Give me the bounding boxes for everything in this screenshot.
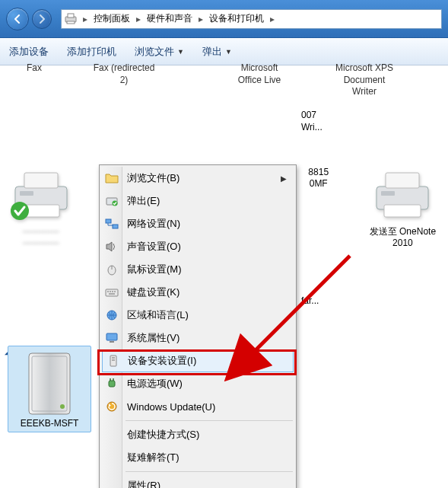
ctx-network-settings[interactable]: 网络设置(N) [101,212,294,235]
toolbar-browse-files[interactable]: 浏览文件 ▼ [135,45,184,59]
svg-rect-26 [109,293,115,295]
ctx-create-shortcut[interactable]: 创建快捷方式(S) [101,423,294,446]
ctx-properties[interactable]: 属性(R) [101,474,294,488]
printer-item[interactable]: Microsoft Office Live [218,62,301,86]
ctx-label: Windows Update(U) [127,401,215,413]
hard-drive-icon [10,349,89,418]
device-label: EEEKB-MSFT [21,418,79,429]
nav-back-button[interactable] [6,8,29,30]
printer-icon [365,167,440,223]
svg-rect-28 [106,333,117,340]
menu-separator [126,420,293,421]
toolbar-label: 添加设备 [9,45,49,59]
power-plug-icon [104,376,119,391]
item-label: 0MF [294,178,344,190]
svg-point-14 [60,404,65,409]
chevron-down-icon: ▼ [225,48,232,56]
svg-rect-31 [112,357,115,359]
windows-update-icon [104,399,119,414]
address-bar[interactable]: ▸ 控制面板 ▸ 硬件和声音 ▸ 设备和打印机 ▸ [61,9,442,29]
svg-rect-11 [381,191,395,196]
item-label: Microsoft [218,62,301,75]
computer-icon [104,330,119,346]
ctx-label: 浏览文件(B) [127,171,180,185]
item-label: Microsoft XPS [322,62,406,75]
svg-rect-9 [386,173,419,188]
chevron-right-icon: ▶ [281,174,287,183]
item-label: far... [301,295,319,306]
printers-row-partial: Fax Fax (redirected 2) Microsoft Office … [8,62,440,98]
ctx-device-install-settings[interactable]: 设备安装设置(I) [102,349,294,372]
svg-rect-1 [68,14,74,18]
svg-rect-32 [112,359,115,361]
breadcrumb-devices-printers[interactable]: 设备和打印机 [206,11,267,27]
toolbar-label: 浏览文件 [135,45,174,59]
printer-item[interactable]: Microsoft XPS Document Writer [322,62,406,98]
window-titlebar: ▸ 控制面板 ▸ 硬件和声音 ▸ 设备和打印机 ▸ [0,0,448,38]
ctx-sound-settings[interactable]: 声音设置(O) [101,235,294,258]
item-label: Fax [8,62,61,75]
globe-icon [104,308,119,323]
item-label: Writer [322,86,406,98]
item-label: Office Live [218,75,301,87]
ctx-system-properties[interactable]: 系统属性(V) [101,327,294,349]
printer-item-default[interactable]: ———— ———— [8,167,75,250]
toolbar-add-printer[interactable]: 添加打印机 [67,45,116,59]
ctx-mouse-settings[interactable]: 鼠标设置(M) [101,258,294,281]
chevron-right-icon: ▸ [135,14,142,24]
item-label: 2) [82,75,166,87]
svg-rect-23 [110,291,111,292]
speaker-icon [104,239,119,254]
chevron-down-icon: ▼ [177,48,184,56]
eject-icon [104,193,119,209]
toolbar-eject[interactable]: 弹出 ▼ [202,45,232,59]
ctx-label: 键盘设置(K) [127,285,180,299]
mouse-icon [104,262,119,277]
svg-point-7 [11,202,29,220]
svg-rect-6 [20,191,33,196]
printer-item-onenote[interactable]: 发送至 OneNote 2010 [365,167,440,250]
printer-icon [8,167,75,223]
ctx-label: 声音设置(O) [127,240,181,254]
ctx-region-language[interactable]: 区域和语言(L) [101,304,294,327]
toolbar-add-device[interactable]: 添加设备 [9,45,49,59]
printer-item[interactable]: Fax (redirected 2) [82,62,166,86]
chevron-right-icon: ▸ [268,14,276,24]
item-label: 2010 [365,238,440,250]
svg-rect-18 [113,225,118,228]
command-toolbar: 添加设备 添加打印机 浏览文件 ▼ 弹出 ▼ [0,38,448,65]
item-label: ———— [8,238,75,250]
devices-printers-icon [65,13,77,25]
ctx-label: 弹出(E) [127,194,160,208]
item-label: 发送至 OneNote [365,226,440,238]
device-item-computer[interactable]: EEEKB-MSFT [8,346,91,432]
item-label: 007 Wri... [301,110,322,133]
svg-rect-2 [67,21,75,24]
ctx-label: 创建快捷方式(S) [127,428,199,442]
printer-item[interactable]: Fax [8,62,61,75]
breadcrumb-control-panel[interactable]: 控制面板 [91,11,133,27]
ctx-label: 电源选项(W) [127,377,183,391]
breadcrumb-root-sep[interactable]: ▸ [81,14,89,24]
ctx-power-options[interactable]: 电源选项(W) [101,372,294,395]
ctx-label: 区域和语言(L) [127,308,189,322]
svg-rect-10 [384,205,421,217]
toolbar-label: 添加打印机 [67,45,116,59]
nav-forward-button[interactable] [32,9,52,29]
ctx-label: 设备安装设置(I) [128,354,196,368]
item-label: Fax (redirected [82,62,166,75]
ctx-browse-files[interactable]: 浏览文件(B) ▶ [101,167,294,190]
ctx-label: 疑难解答(T) [127,451,180,464]
ctx-keyboard-settings[interactable]: 键盘设置(K) [101,281,294,304]
printer-item[interactable]: 8815 0MF [294,167,344,190]
ctx-windows-update[interactable]: Windows Update(U) [101,395,294,418]
svg-rect-25 [114,291,116,292]
item-label: 8815 [294,167,344,179]
svg-rect-17 [106,219,111,223]
ctx-troubleshoot[interactable]: 疑难解答(T) [101,446,294,469]
ctx-label: 属性(R) [127,479,160,488]
breadcrumb-hardware-sound[interactable]: 硬件和声音 [144,11,195,27]
ctx-eject[interactable]: 弹出(E) [101,190,294,212]
svg-rect-24 [112,291,113,292]
ctx-label: 系统属性(V) [127,331,180,345]
